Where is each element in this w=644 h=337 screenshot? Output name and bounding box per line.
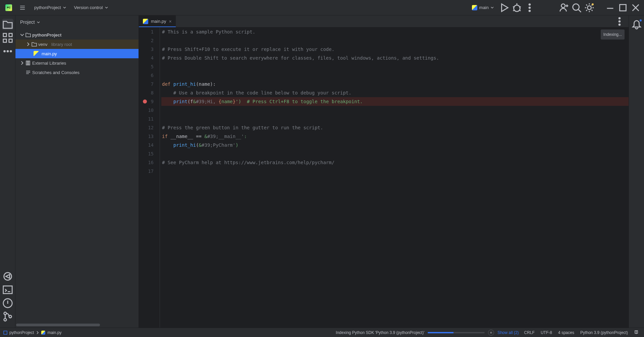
structure-tool-button[interactable] [2,32,13,44]
expand-icon[interactable] [20,33,24,37]
svg-point-26 [619,24,620,25]
gutter-line[interactable]: 3 [139,45,154,54]
left-tool-strip [0,15,15,328]
python-packages-button[interactable] [2,271,13,282]
tree-external-libraries[interactable]: External Libraries [15,58,139,68]
svg-rect-16 [3,286,12,294]
gutter-line[interactable]: 6 [139,71,154,80]
code-line[interactable]: # Press Shift+F10 to execute it or repla… [161,45,629,54]
vcs-label: Version control [74,5,103,10]
code-line[interactable]: print_hi(&#39;PyCharm') [161,141,629,149]
code-line[interactable]: print(f&#39;Hi, {name}') # Press Ctrl+F8… [161,97,629,106]
project-tool-button[interactable] [2,19,13,30]
terminal-button[interactable] [2,284,13,295]
indent[interactable]: 4 spaces [558,330,574,335]
code-line[interactable] [161,149,629,158]
debug-button[interactable] [511,2,523,13]
editor-tab-main[interactable]: main.py × [139,15,176,27]
gutter-line[interactable]: 5 [139,62,154,71]
code-line[interactable] [161,115,629,123]
line-separator[interactable]: CRLF [524,330,535,335]
gutter-line[interactable]: 1 [139,27,154,36]
code-with-me-button[interactable] [558,2,570,13]
gutter-line[interactable]: 4 [139,54,154,62]
svg-rect-10 [3,39,6,42]
chevron-down-icon [105,6,108,9]
code-line[interactable]: def print_hi(name): [161,80,629,88]
code-area[interactable]: # This is a sample Python script. # Pres… [160,27,629,328]
code-line[interactable]: # See PyCharm help at https://www.jetbra… [161,158,629,167]
gutter-line[interactable]: 16 [139,158,154,167]
navigation-breadcrumb[interactable]: pythonProject main.py [3,330,61,335]
interpreter[interactable]: Python 3.9 (pythonProject) [580,330,628,335]
maximize-button[interactable] [617,2,629,13]
main-menu-button[interactable] [15,2,30,13]
code-line[interactable] [161,106,629,115]
project-name: pythonProject [34,5,61,10]
editor[interactable]: Indexing... 1234567891011121314151617 # … [139,27,629,328]
code-line[interactable] [161,36,629,45]
svg-rect-22 [28,61,29,65]
ext-libs-label: External Libraries [32,61,66,66]
gutter-line[interactable]: 9 [139,97,154,106]
tab-label: main.py [151,19,166,24]
svg-point-24 [619,17,620,19]
project-panel-header[interactable]: Project [15,15,139,29]
notifications-button[interactable] [631,19,642,30]
gutter-line[interactable]: 10 [139,106,154,115]
tree-file-main[interactable]: main.py [15,49,139,58]
project-menu[interactable]: pythonProject [30,4,70,11]
svg-point-12 [4,51,5,52]
code-line[interactable]: # This is a sample Python script. [161,27,629,36]
collapse-icon[interactable] [20,61,24,65]
reader-mode-icon[interactable] [634,330,639,335]
settings-update-badge [592,3,594,5]
code-line[interactable]: # Use a breakpoint in the code line belo… [161,88,629,97]
gutter-line[interactable]: 11 [139,115,154,123]
tree-venv-folder[interactable]: venv library root [15,40,139,49]
encoding[interactable]: UTF-8 [541,330,552,335]
close-tab-button[interactable]: × [169,19,172,24]
vcs-menu[interactable]: Version control [70,4,112,11]
close-window-button[interactable] [630,2,641,13]
python-file-icon [41,331,45,335]
svg-rect-27 [4,331,7,334]
gutter[interactable]: 1234567891011121314151617 [139,27,160,328]
run-config-selector[interactable]: main [469,4,497,12]
file-label: main.py [42,51,57,56]
tree-root-folder[interactable]: pythonProject [15,30,139,40]
tree-scratches[interactable]: Scratches and Consoles [15,68,139,77]
run-button[interactable] [498,2,510,13]
gutter-line[interactable]: 15 [139,149,154,158]
git-button[interactable] [2,311,13,322]
indexing-status: Indexing Python SDK 'Python 3.9 (pythonP… [336,330,424,335]
show-all-tasks[interactable]: Show all (2) [497,330,519,335]
gutter-line[interactable]: 7 [139,80,154,88]
gutter-line[interactable]: 2 [139,36,154,45]
title-bar: PC pythonProject Version control main [0,0,644,15]
settings-button[interactable] [584,2,595,13]
collapse-icon[interactable] [26,42,30,46]
more-tools-button[interactable] [2,46,13,57]
gutter-line[interactable]: 8 [139,88,154,97]
minimize-button[interactable] [604,2,616,13]
code-line[interactable] [161,71,629,80]
horizontal-scrollbar[interactable] [16,324,100,326]
code-line[interactable]: # Press the green button in the gutter t… [161,123,629,132]
code-line[interactable] [161,62,629,71]
problems-button[interactable] [2,297,13,309]
gutter-line[interactable]: 17 [139,167,154,176]
pause-indexing-button[interactable] [488,330,494,336]
gutter-line[interactable]: 13 [139,132,154,141]
tab-more-button[interactable] [614,16,625,27]
gutter-line[interactable]: 12 [139,123,154,132]
breakpoint-icon[interactable] [143,99,147,104]
code-line[interactable] [161,167,629,176]
more-actions-button[interactable] [524,2,535,13]
editor-tab-bar: main.py × [139,15,629,27]
search-everywhere-button[interactable] [571,2,582,13]
gutter-line[interactable]: 14 [139,141,154,149]
code-line[interactable]: if __name__ == &#39;__main__': [161,132,629,141]
module-icon [3,331,7,335]
code-line[interactable]: # Press Double Shift to search everywher… [161,54,629,62]
